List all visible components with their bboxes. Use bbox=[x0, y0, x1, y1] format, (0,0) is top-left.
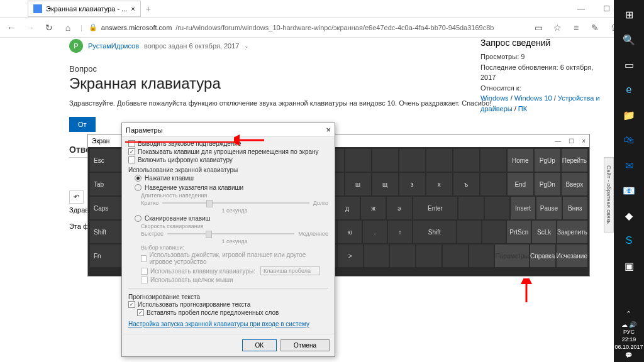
feedback-tab[interactable]: Сайт - обратная связь bbox=[604, 157, 614, 233]
dialog-titlebar[interactable]: Параметры × bbox=[122, 123, 335, 137]
key-blank[interactable] bbox=[480, 149, 506, 172]
asked-date: вопрос задан 6 октября, 2017 bbox=[144, 42, 239, 50]
mail-icon[interactable]: ✉ bbox=[616, 153, 641, 177]
key-blank[interactable] bbox=[390, 244, 415, 267]
skype-icon[interactable]: S bbox=[616, 229, 641, 253]
key-Enter[interactable]: Enter bbox=[413, 197, 458, 219]
task-view-icon[interactable]: ▭ bbox=[616, 53, 641, 77]
key-ю[interactable]: ю bbox=[338, 221, 362, 243]
key-blank[interactable] bbox=[443, 244, 468, 267]
minimize-button[interactable]: — bbox=[569, 0, 594, 18]
link-pc[interactable]: ПК bbox=[518, 105, 527, 112]
key-PgUp[interactable]: PgUp bbox=[535, 149, 560, 172]
edge-icon[interactable]: e bbox=[616, 78, 641, 102]
key-↑[interactable]: ↑ bbox=[388, 221, 412, 243]
key-Home[interactable]: Home bbox=[508, 149, 533, 172]
key-blank[interactable] bbox=[399, 149, 425, 172]
key-Insert[interactable]: Insert bbox=[511, 197, 535, 219]
key-PgDn[interactable]: PgDn bbox=[535, 173, 560, 195]
key-blank[interactable] bbox=[345, 149, 371, 172]
checkbox-numpad[interactable] bbox=[128, 156, 135, 163]
radio-scan[interactable] bbox=[135, 215, 142, 222]
tab-close-icon[interactable]: × bbox=[131, 5, 135, 13]
key-blank[interactable] bbox=[372, 149, 398, 172]
checkbox-space-after[interactable]: ✓ bbox=[137, 309, 144, 316]
startup-link[interactable]: Настройка запуска экранной клавиатуры пр… bbox=[128, 321, 309, 327]
reading-view-icon[interactable]: ▭ bbox=[532, 21, 545, 34]
key-Справка[interactable]: Справка bbox=[530, 244, 555, 267]
key-ScLk[interactable]: ScLk bbox=[532, 221, 556, 243]
key-Pause[interactable]: Pause bbox=[536, 197, 561, 219]
hub-icon[interactable]: ≡ bbox=[570, 21, 582, 34]
search-icon[interactable]: 🔍 bbox=[616, 28, 641, 52]
key-blank[interactable] bbox=[453, 149, 479, 172]
refresh-button[interactable]: ↻ bbox=[43, 21, 55, 34]
key-Перейть[interactable]: Перейть bbox=[562, 149, 587, 172]
key-Закрепить[interactable]: Закрепить bbox=[557, 221, 587, 243]
tray-icons[interactable]: ☁ 🔊 bbox=[614, 321, 643, 329]
key-.[interactable]: . bbox=[363, 221, 387, 243]
clock-date[interactable]: 06.10.2017 bbox=[614, 344, 643, 351]
app-icon[interactable]: ◆ bbox=[616, 204, 641, 228]
osk-minimize[interactable]: — bbox=[555, 138, 561, 145]
key-Вверх[interactable]: Вверх bbox=[562, 173, 587, 195]
address-bar[interactable]: 🔒 answers.microsoft.com/ru-ru/windows/fo… bbox=[89, 23, 526, 31]
checkbox-show-keys[interactable]: ✓ bbox=[128, 148, 135, 155]
forward-button[interactable]: → bbox=[24, 21, 36, 34]
key-PrtScn[interactable]: PrtScn bbox=[507, 221, 531, 243]
browser-tab[interactable]: Экранная клавиатура - ... × bbox=[28, 1, 141, 17]
lang-indicator[interactable]: РУС bbox=[614, 329, 643, 336]
cancel-button[interactable]: Отмена bbox=[280, 339, 330, 351]
key-blank[interactable] bbox=[458, 197, 483, 219]
link-windows[interactable]: Windows bbox=[480, 94, 509, 102]
undo-button[interactable]: ↶ bbox=[69, 190, 84, 204]
key-blank[interactable] bbox=[482, 221, 506, 243]
key-blank[interactable] bbox=[469, 244, 494, 267]
key-Вниз[interactable]: Вниз bbox=[563, 197, 587, 219]
key-х[interactable]: х bbox=[426, 173, 452, 195]
key-blank[interactable] bbox=[457, 221, 481, 243]
clock-time[interactable]: 22:19 bbox=[614, 336, 643, 344]
new-tab-button[interactable]: + bbox=[146, 4, 151, 14]
radio-hover[interactable] bbox=[135, 184, 142, 191]
key-blank[interactable] bbox=[426, 149, 452, 172]
notification-icon[interactable]: 💬 bbox=[614, 352, 643, 359]
key-blank[interactable] bbox=[480, 173, 506, 195]
ok-button[interactable]: ОК bbox=[242, 339, 277, 351]
tray-chevron[interactable]: ⌃ bbox=[614, 309, 643, 318]
key-blank[interactable] bbox=[416, 244, 441, 267]
checkbox-predict[interactable]: ✓ bbox=[128, 301, 135, 308]
chevron-down-icon[interactable]: ⌄ bbox=[244, 43, 249, 49]
key-blank[interactable] bbox=[364, 244, 389, 267]
key->[interactable]: > bbox=[338, 244, 363, 267]
start-button[interactable]: ⊞ bbox=[616, 3, 641, 26]
key-Caps[interactable]: Caps bbox=[90, 197, 126, 219]
outlook-icon[interactable]: 📧 bbox=[616, 178, 641, 202]
notes-icon[interactable]: ✎ bbox=[589, 21, 601, 34]
store-icon[interactable]: 🛍 bbox=[616, 128, 641, 152]
key-ж[interactable]: ж bbox=[361, 197, 386, 219]
key-Параметры[interactable]: Параметры bbox=[495, 244, 528, 267]
reply-button[interactable]: От bbox=[69, 117, 96, 132]
author-link[interactable]: РустамИдрисов bbox=[88, 42, 139, 50]
key-ъ[interactable]: ъ bbox=[453, 173, 479, 195]
favorite-icon[interactable]: ☆ bbox=[551, 21, 564, 34]
app-icon-2[interactable]: ▣ bbox=[616, 254, 641, 278]
key-Shift[interactable]: Shift bbox=[413, 221, 456, 243]
link-windows10[interactable]: Windows 10 bbox=[514, 94, 552, 102]
key-ш[interactable]: ш bbox=[345, 173, 371, 195]
key-Исчезание[interactable]: Исчезание bbox=[557, 244, 587, 267]
key-щ[interactable]: щ bbox=[372, 173, 398, 195]
back-button[interactable]: ← bbox=[5, 21, 18, 34]
explorer-icon[interactable]: 📁 bbox=[616, 103, 641, 127]
key-blank[interactable] bbox=[485, 197, 509, 219]
osk-maximize[interactable]: ☐ bbox=[569, 138, 574, 145]
osk-close[interactable]: × bbox=[582, 138, 586, 145]
home-button[interactable]: ⌂ bbox=[62, 21, 74, 34]
dialog-close-button[interactable]: × bbox=[326, 125, 331, 134]
key-End[interactable]: End bbox=[508, 173, 533, 195]
key-д[interactable]: д bbox=[335, 197, 360, 219]
radio-click[interactable] bbox=[135, 175, 142, 182]
key-з[interactable]: з bbox=[399, 173, 425, 195]
key-э[interactable]: э bbox=[387, 197, 411, 219]
